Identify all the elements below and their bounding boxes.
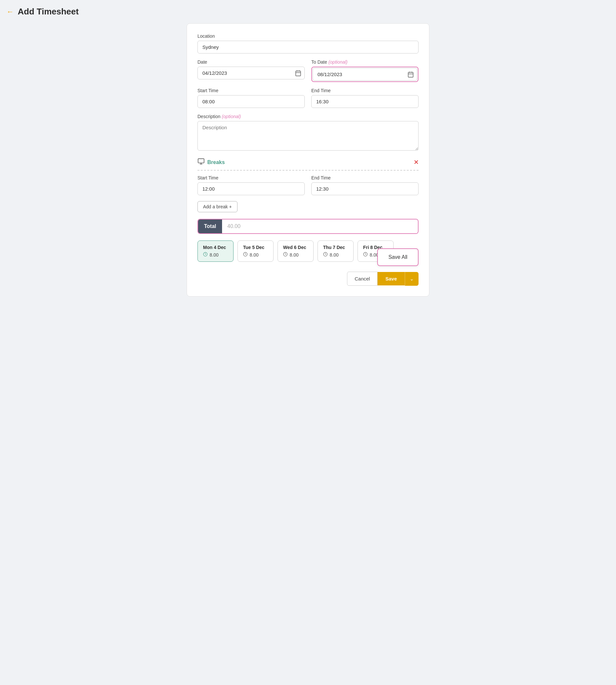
- start-time-field-group: Start Time: [197, 88, 305, 108]
- start-time-label: Start Time: [197, 88, 305, 93]
- page-title: Add Timesheet: [18, 6, 79, 17]
- day-card-title: Thu 7 Dec: [323, 245, 348, 250]
- breaks-icon: [197, 158, 205, 167]
- chevron-down-button[interactable]: ⌄: [405, 272, 419, 286]
- breaks-close-icon[interactable]: ✕: [414, 159, 419, 166]
- breaks-section: Breaks ✕ Start Time End Time Add a break…: [197, 158, 419, 212]
- total-box: Total: [197, 219, 419, 234]
- to-date-input-wrapper: [313, 68, 417, 81]
- clock-icon: [243, 252, 248, 258]
- date-field-group: Date: [197, 59, 305, 82]
- action-area: Save All Cancel Save ⌄: [197, 272, 419, 286]
- time-row: Start Time End Time: [197, 88, 419, 108]
- description-field-group: Description (optional): [197, 114, 419, 152]
- day-card-hours: 8.00: [210, 252, 218, 258]
- location-label: Location: [197, 34, 419, 39]
- clock-icon: [283, 252, 288, 258]
- date-label: Date: [197, 59, 305, 65]
- form-card: Location Date To Date (optional): [186, 23, 430, 296]
- start-time-input[interactable]: [197, 95, 305, 108]
- breaks-header: Breaks ✕: [197, 158, 419, 171]
- to-date-highlight-border: [311, 67, 419, 82]
- date-input[interactable]: [197, 67, 305, 80]
- date-calendar-icon[interactable]: [295, 70, 302, 76]
- description-label: Description (optional): [197, 114, 419, 119]
- clock-icon: [323, 252, 328, 258]
- end-time-label: End Time: [311, 88, 419, 93]
- day-card-hours: 8.00: [290, 252, 299, 258]
- cancel-button[interactable]: Cancel: [347, 272, 377, 286]
- svg-rect-0: [296, 71, 301, 76]
- to-date-input[interactable]: [313, 68, 417, 81]
- day-card-hours: 8.00: [330, 252, 338, 258]
- add-break-button[interactable]: Add a break +: [197, 201, 238, 212]
- total-input[interactable]: [222, 219, 418, 233]
- day-card-time: 8.00: [323, 252, 348, 258]
- day-card-title: Wed 6 Dec: [283, 245, 308, 250]
- day-card-wed[interactable]: Wed 6 Dec 8.00: [278, 241, 313, 262]
- end-time-input[interactable]: [311, 95, 419, 108]
- back-button[interactable]: ←: [6, 7, 14, 16]
- day-card-thu[interactable]: Thu 7 Dec 8.00: [317, 241, 354, 262]
- save-all-popup[interactable]: Save All: [377, 248, 419, 266]
- day-card-time: 8.00: [203, 252, 228, 258]
- day-card-title: Tue 5 Dec: [243, 245, 268, 250]
- date-input-wrapper: [197, 67, 305, 80]
- day-card-tue[interactable]: Tue 5 Dec 8.00: [238, 241, 273, 262]
- break-start-field-group: Start Time: [197, 175, 305, 195]
- day-card-time: 8.00: [243, 252, 268, 258]
- date-row: Date To Date (optional): [197, 59, 419, 82]
- action-buttons: Cancel Save ⌄: [347, 272, 419, 286]
- break-end-input[interactable]: [311, 182, 419, 195]
- action-container: Save All Cancel Save ⌄: [347, 272, 419, 286]
- svg-rect-4: [409, 72, 413, 77]
- svg-rect-8: [198, 159, 204, 163]
- breaks-title: Breaks: [207, 159, 225, 165]
- clock-icon: [363, 252, 368, 258]
- clock-icon: [203, 252, 207, 258]
- save-button[interactable]: Save: [377, 272, 405, 285]
- day-card-hours: 8.00: [249, 252, 259, 258]
- day-card-title: Mon 4 Dec: [203, 245, 228, 250]
- break-end-field-group: End Time: [311, 175, 419, 195]
- break-end-label: End Time: [311, 175, 419, 180]
- total-label: Total: [198, 219, 222, 233]
- description-input[interactable]: [197, 121, 419, 151]
- to-date-field-group: To Date (optional): [311, 59, 419, 82]
- to-date-calendar-icon[interactable]: [408, 71, 414, 78]
- day-card-mon[interactable]: Mon 4 Dec 8.00: [197, 241, 234, 262]
- day-card-time: 8.00: [283, 252, 308, 258]
- location-input[interactable]: [197, 41, 419, 53]
- end-time-field-group: End Time: [311, 88, 419, 108]
- breaks-title-row: Breaks: [197, 158, 225, 167]
- break-start-input[interactable]: [197, 182, 305, 195]
- to-date-label: To Date (optional): [311, 59, 419, 65]
- location-field-group: Location: [197, 34, 419, 53]
- break-time-row: Start Time End Time: [197, 175, 419, 195]
- break-start-label: Start Time: [197, 175, 305, 180]
